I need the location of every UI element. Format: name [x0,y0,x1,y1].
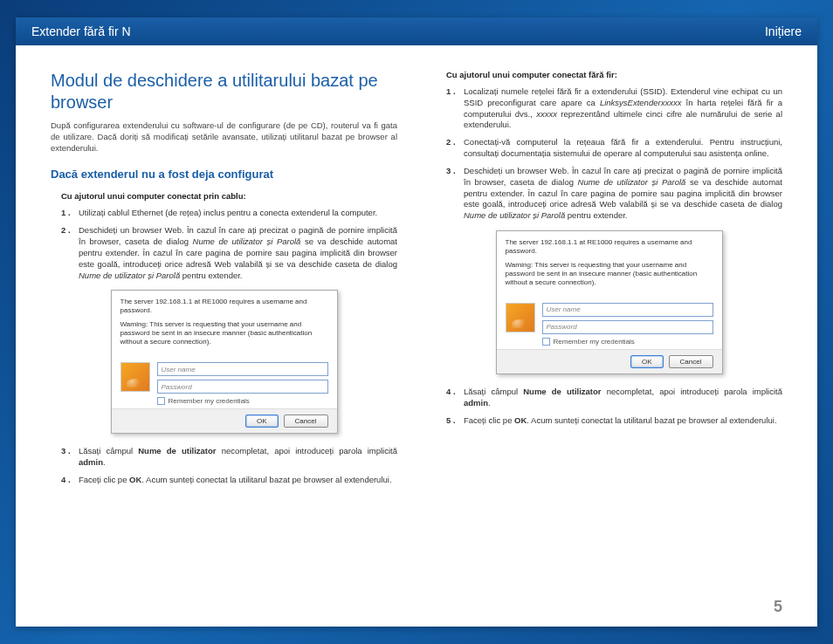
wireless-steps-after-list: 4 .Lăsați câmpul Nume de utilizator neco… [436,387,782,426]
credentials-icon [506,303,535,332]
page-title: Modul de deschidere a utilitarului bazat… [51,70,397,113]
list-item: 4 .Lăsați câmpul Nume de utilizator neco… [446,387,782,409]
step-number: 1 . [61,208,73,219]
step-text: Localizați numele rețelei fără fir a ext… [464,86,782,131]
list-item: 2 .Deschideți un browser Web. În cazul î… [61,225,397,281]
username-input[interactable]: User name [157,362,328,376]
step-number: 1 . [446,86,458,131]
step-text: Lăsați câmpul Nume de utilizator necompl… [464,387,782,409]
credentials-icon [120,362,150,392]
right-column: Cu ajutorul unui computer conectat fără … [436,70,782,627]
cancel-button[interactable]: Cancel [284,414,328,428]
remember-label: Remember my credentials [169,397,250,405]
list-item: 1 .Localizați numele rețelei fără fir a … [446,86,782,131]
dialog-line1: The server 192.168.1.1 at RE1000 require… [120,298,328,315]
auth-dialog: The server 192.168.1.1 at RE1000 require… [111,290,338,434]
password-input[interactable]: Password [157,380,328,394]
page-number: 5 [774,598,782,616]
step-text: Deschideți un browser Web. În cazul în c… [79,225,397,281]
cancel-button[interactable]: Cancel [669,355,713,368]
remember-checkbox[interactable]: Remember my credentials [542,338,713,346]
left-column: Modul de deschidere a utilitarului bazat… [51,70,397,627]
header-bar: Extender fără fir N Inițiere [16,17,817,45]
list-item: 3 .Deschideți un browser Web. În cazul î… [446,166,782,222]
username-input[interactable]: User name [542,303,713,317]
step-number: 3 . [61,446,73,469]
list-item: 2 .Conectați-vă computerul la rețeaua fă… [446,137,782,160]
step-text: Conectați-vă computerul la rețeaua fără … [464,137,782,160]
wireless-heading: Cu ajutorul unui computer conectat fără … [446,70,782,79]
dialog-line2: Warning: This server is requesting that … [120,320,328,346]
list-item: 5 .Faceți clic pe OK. Acum sunteți conec… [446,415,782,427]
wireless-steps-list: 1 .Localizați numele rețelei fără fir a … [436,86,782,222]
step-number: 5 . [446,415,458,427]
ok-button[interactable]: OK [245,414,279,428]
cable-steps-list: 1 .Utilizați cablul Ethernet (de rețea) … [51,208,397,281]
header-left: Extender fără fir N [31,24,131,38]
step-text: Lăsați câmpul Nume de utilizator necompl… [79,446,397,469]
step-text: Utilizați cablul Ethernet (de rețea) inc… [79,208,397,219]
step-number: 2 . [61,225,73,281]
step-number: 3 . [446,166,458,222]
step-text: Faceți clic pe OK. Acum sunteți conectat… [79,475,397,486]
dialog-screenshot-left: The server 192.168.1.1 at RE1000 require… [51,290,397,434]
password-input[interactable]: Password [542,320,713,334]
document-page: Extender fără fir N Inițiere Modul de de… [16,17,817,627]
ok-button[interactable]: OK [630,355,664,368]
list-item: 4 .Faceți clic pe OK. Acum sunteți conec… [61,475,397,486]
auth-dialog: The server 192.168.1.1 at RE1000 require… [496,230,723,374]
step-number: 2 . [446,137,458,160]
list-item: 1 .Utilizați cablul Ethernet (de rețea) … [61,208,397,219]
step-number: 4 . [446,387,458,409]
step-text: Faceți clic pe OK. Acum sunteți conectat… [464,415,782,427]
checkbox-icon [157,397,165,405]
list-item: 3 .Lăsați câmpul Nume de utilizator neco… [61,446,397,469]
checkbox-icon [542,338,550,346]
dialog-line2: Warning: This server is requesting that … [506,261,713,287]
header-right: Inițiere [765,24,802,38]
step-number: 4 . [61,475,73,486]
remember-checkbox[interactable]: Remember my credentials [157,397,328,405]
cable-steps-after-list: 3 .Lăsați câmpul Nume de utilizator neco… [51,446,397,485]
dialog-screenshot-right: The server 192.168.1.1 at RE1000 require… [436,230,782,374]
dialog-line1: The server 192.168.1.1 at RE1000 require… [506,238,713,256]
content-area: Modul de deschidere a utilitarului bazat… [16,45,817,627]
intro-text: După configurarea extenderului cu softwa… [51,120,397,154]
cable-heading: Cu ajutorul unui computer conectat prin … [61,191,397,201]
remember-label: Remember my credentials [554,338,635,346]
subtitle: Dacă extenderul nu a fost deja configura… [51,168,397,181]
step-text: Deschideți un browser Web. În cazul în c… [464,166,782,222]
